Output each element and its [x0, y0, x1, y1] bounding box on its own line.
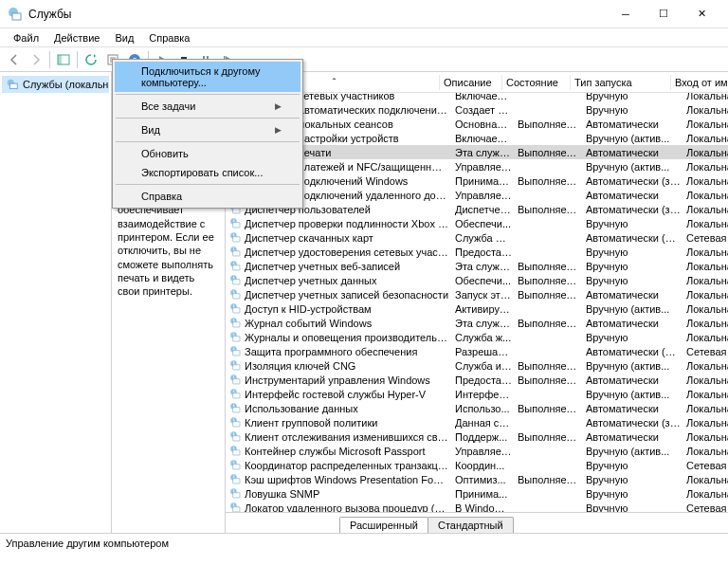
service-row[interactable]: Доступ к HID-устройствамАктивирует...Вру… — [226, 301, 728, 316]
service-start: Автоматически — [586, 431, 686, 443]
svg-rect-4 — [12, 13, 21, 20]
maximize-button[interactable]: ☐ — [645, 1, 682, 27]
service-name: Использование данных — [245, 403, 455, 414]
service-row[interactable]: Журнал событий WindowsЭта служб...Выполн… — [226, 316, 728, 330]
svg-rect-51 — [233, 237, 240, 242]
service-desc: Интерфей... — [455, 389, 518, 400]
service-row[interactable]: Ловушка SNMPПринима...ВручнуюЛокальная с… — [226, 486, 728, 501]
service-row[interactable]: Клиент групповой политикиДанная сл...Авт… — [226, 415, 728, 429]
service-row[interactable]: Диспетчер учетных данныхОбеспечи...Выпол… — [226, 273, 728, 287]
service-row[interactable]: Диспетчер проверки подлинности Xbox Live… — [226, 216, 728, 230]
service-row[interactable]: Инструментарий управления WindowsПредост… — [226, 373, 728, 387]
service-row[interactable]: Диспетчер учетных записей безопасностиЗа… — [226, 287, 728, 301]
service-start: Автоматически (за... — [586, 204, 686, 215]
svg-rect-53 — [233, 251, 240, 256]
service-row[interactable]: Защита программного обеспеченияРазрешает… — [226, 344, 728, 358]
service-start: Вручную — [586, 275, 686, 286]
service-row[interactable]: Журналы и оповещения производительностиС… — [226, 330, 728, 344]
service-row[interactable]: Диспетчер скачанных картСлужба W...Автом… — [226, 230, 728, 245]
service-logon: Локальная сис... — [686, 303, 728, 315]
service-state: Выполняется — [518, 119, 586, 130]
menu-file[interactable]: Файл — [6, 30, 46, 46]
col-start[interactable]: Тип запуска — [571, 75, 671, 90]
service-logon: Локальная сис... — [686, 275, 728, 286]
col-desc[interactable]: Описание — [440, 75, 502, 90]
service-row[interactable]: Диспетчер удостоверения сетевых участник… — [226, 245, 728, 259]
ctx-refresh[interactable]: Обновить — [115, 144, 300, 163]
service-name: Локатор удаленного вызова процедур (RPC) — [245, 502, 455, 513]
tab-standard[interactable]: Стандартный — [428, 517, 514, 533]
service-start: Вручную — [586, 332, 686, 343]
service-state: Выполняется — [518, 431, 586, 443]
service-name: Диспетчер скачанных карт — [245, 232, 455, 244]
col-state[interactable]: Состояние — [502, 75, 571, 90]
service-desc: В Windows... — [455, 502, 518, 513]
service-logon: Локальная сис... — [686, 417, 728, 429]
svg-rect-47 — [233, 209, 240, 213]
service-name: Диспетчер удостоверения сетевых участник… — [245, 246, 455, 258]
col-logon[interactable]: Вход от имени — [671, 75, 728, 90]
service-row[interactable]: Изоляция ключей CNGСлужба из...Выполняет… — [226, 358, 728, 373]
service-state: Выполняется — [518, 474, 586, 485]
service-start: Автоматически (за... — [586, 417, 686, 429]
service-row[interactable]: Диспетчер учетных веб-записейЭта служб..… — [226, 259, 728, 273]
service-name: Кэш шрифтов Windows Presentation Foundat… — [245, 474, 455, 485]
service-row[interactable]: Использование данныхИспользо...Выполняет… — [226, 401, 728, 415]
ctx-view[interactable]: Вид▶ — [115, 120, 300, 139]
service-desc: Диспетчер... — [455, 204, 518, 215]
service-desc: Включает ... — [455, 93, 518, 101]
ctx-connect[interactable]: Подключиться к другому компьютеру... — [115, 62, 300, 92]
close-button[interactable]: ✕ — [682, 1, 720, 27]
ctx-alltasks[interactable]: Все задачи▶ — [115, 97, 300, 116]
service-logon: Сетевая служба — [686, 502, 728, 513]
menu-action[interactable]: Действие — [46, 30, 107, 46]
service-start: Автоматически — [586, 318, 686, 329]
svg-rect-57 — [233, 280, 240, 284]
back-button[interactable] — [4, 49, 25, 70]
show-hide-button[interactable] — [53, 49, 74, 70]
service-desc: Служба ж... — [455, 332, 518, 343]
menu-help[interactable]: Справка — [141, 30, 197, 46]
service-logon: Локальная сис... — [686, 360, 728, 372]
service-start: Вручную — [586, 502, 686, 513]
service-logon: Локальная сис... — [686, 403, 728, 414]
service-state: Выполняется — [518, 318, 586, 329]
context-menu: Подключиться к другому компьютеру... Все… — [112, 59, 303, 209]
service-start: Вручную — [586, 460, 686, 471]
tree-pane: Службы (локальн — [0, 72, 112, 533]
service-logon: Локальная сис... — [686, 104, 728, 116]
service-logon: Локальная слу... — [686, 318, 728, 329]
service-desc: Принимае... — [455, 175, 518, 187]
tree-root[interactable]: Службы (локальн — [2, 76, 109, 93]
service-desc: Предостав... — [455, 374, 518, 386]
service-logon: Локальная сис... — [686, 119, 728, 130]
service-row[interactable]: Контейнер службы Microsoft PassportУправ… — [226, 444, 728, 458]
ctx-export[interactable]: Экспортировать список... — [115, 163, 300, 182]
service-row[interactable]: Локатор удаленного вызова процедур (RPC)… — [226, 501, 728, 512]
service-logon: Локальная сис... — [686, 147, 728, 158]
service-start: Вручную — [586, 261, 686, 272]
service-row[interactable]: Координатор распределенных транзакцийКоо… — [226, 458, 728, 472]
tab-extended[interactable]: Расширенный — [339, 517, 428, 533]
service-state: Выполняется — [518, 403, 586, 414]
service-name: Интерфейс гостевой службы Hyper-V — [245, 389, 455, 400]
forward-button[interactable] — [26, 49, 46, 70]
refresh-button[interactable] — [81, 49, 101, 70]
service-start: Вручную — [586, 93, 686, 101]
service-logon: Локальная сис... — [686, 190, 728, 201]
menu-view[interactable]: Вид — [107, 30, 141, 46]
service-start: Вручную — [586, 474, 686, 485]
service-row[interactable]: Клиент отслеживания изменившихся связейП… — [226, 429, 728, 444]
menubar: Файл Действие Вид Справка — [0, 28, 728, 47]
status-text: Управление другим компьютером — [6, 538, 169, 549]
minimize-button[interactable]: ─ — [607, 1, 645, 27]
service-row[interactable]: Интерфейс гостевой службы Hyper-VИнтерфе… — [226, 387, 728, 401]
service-start: Автоматически (от... — [586, 346, 686, 357]
service-logon: Локальная сис... — [686, 133, 728, 144]
service-start: Автоматически — [586, 374, 686, 386]
service-desc: Эта служб... — [455, 147, 518, 158]
service-start: Автоматически (за... — [586, 175, 686, 187]
service-row[interactable]: Кэш шрифтов Windows Presentation Foundat… — [226, 472, 728, 486]
service-state: Выполняется — [518, 374, 586, 386]
ctx-help[interactable]: Справка — [115, 187, 300, 206]
